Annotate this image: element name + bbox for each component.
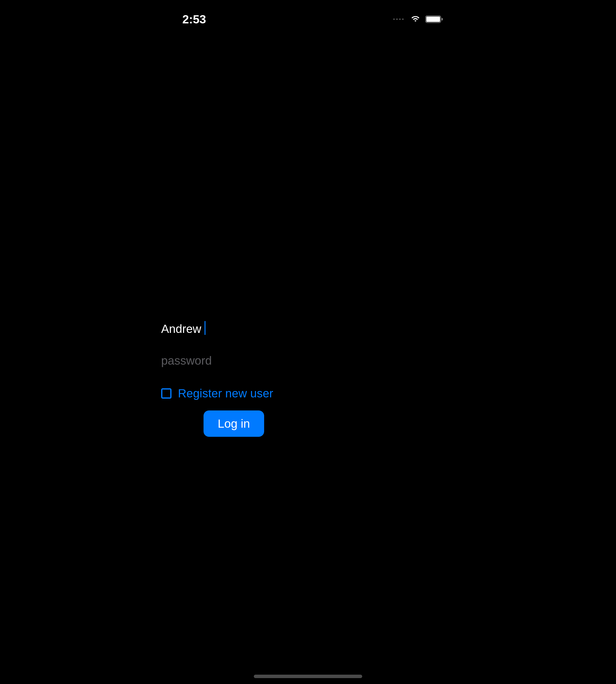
register-checkbox[interactable] (161, 388, 172, 398)
login-button[interactable]: Log in (203, 410, 264, 437)
cellular-dots-icon (393, 19, 403, 20)
register-label: Register new user (178, 387, 273, 400)
home-indicator[interactable] (254, 675, 362, 678)
battery-icon (425, 15, 443, 23)
text-cursor (204, 321, 205, 335)
svg-rect-1 (426, 17, 440, 22)
svg-rect-2 (442, 18, 443, 20)
register-row[interactable]: Register new user (161, 387, 309, 400)
password-input[interactable] (161, 352, 309, 369)
wifi-icon (410, 15, 421, 23)
status-bar: 2:53 (0, 12, 616, 27)
username-input[interactable] (161, 320, 308, 338)
status-right-icons (393, 15, 443, 23)
login-form: Register new user Log in (161, 320, 309, 437)
status-time: 2:53 (182, 13, 206, 26)
